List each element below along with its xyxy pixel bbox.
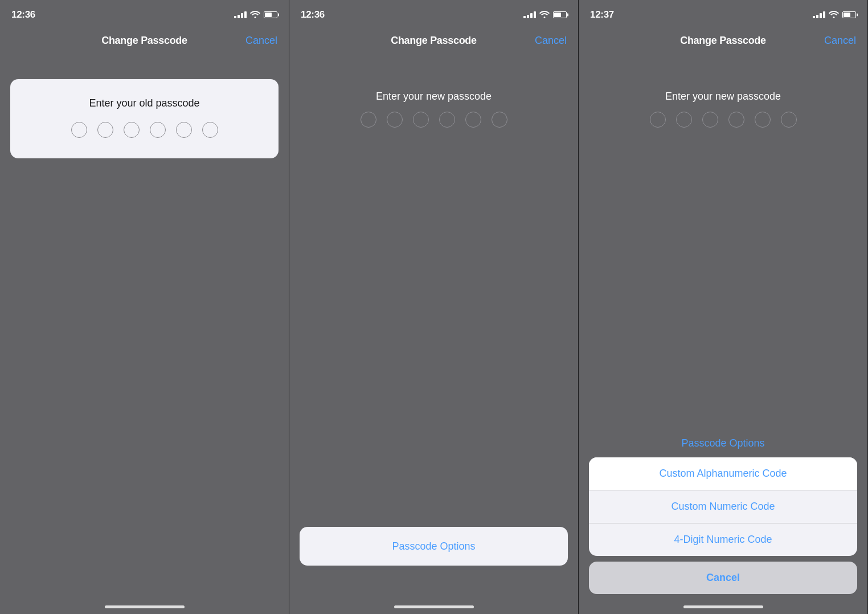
dot-r-1 <box>650 112 666 128</box>
cancel-button-left[interactable]: Cancel <box>243 35 277 47</box>
status-bar-center: 12:36 <box>289 0 578 25</box>
dot-4 <box>150 122 166 138</box>
home-indicator-right <box>683 605 763 608</box>
action-sheet-cancel-button[interactable]: Cancel <box>589 562 857 594</box>
action-sheet-item-alphanumeric[interactable]: Custom Alphanumeric Code <box>589 457 857 490</box>
nav-bar-left: Change Passcode Cancel <box>0 25 289 56</box>
cancel-button-right[interactable]: Cancel <box>822 35 856 47</box>
signal-icon-left <box>234 11 247 18</box>
action-sheet-item-numeric-label: Custom Numeric Code <box>671 501 775 513</box>
dot-1 <box>71 122 87 138</box>
action-sheet-cancel-label: Cancel <box>706 572 740 584</box>
dot-r-6 <box>781 112 797 128</box>
passcode-prompt-right: Enter your new passcode <box>665 91 781 103</box>
nav-title-center: Change Passcode <box>391 35 477 47</box>
dot-3 <box>124 122 140 138</box>
passcode-options-text-right[interactable]: Passcode Options <box>681 437 764 449</box>
dot-r-2 <box>676 112 692 128</box>
battery-icon-left <box>264 11 277 18</box>
passcode-options-button[interactable]: Passcode Options <box>300 527 568 566</box>
screen-content-center: Enter your new passcode Passcode Options <box>289 56 578 605</box>
status-time-center: 12:36 <box>301 9 325 21</box>
passcode-dots-left <box>71 122 218 138</box>
signal-icon-center <box>523 11 536 18</box>
screen-center: 12:36 Change Passcode Cancel Enter yo <box>289 0 579 614</box>
status-bar-right: 12:37 <box>579 0 867 25</box>
dot-c-5 <box>465 112 481 128</box>
screen-right: 12:37 Change Passcode Cancel Enter yo <box>579 0 868 614</box>
status-icons-left <box>234 10 277 20</box>
nav-bar-right: Change Passcode Cancel <box>579 25 867 56</box>
home-indicator-center <box>394 605 474 608</box>
action-sheet-item-4digit-label: 4-Digit Numeric Code <box>674 534 772 546</box>
dot-c-1 <box>361 112 376 128</box>
nav-title-left: Change Passcode <box>101 35 187 47</box>
nav-title-right: Change Passcode <box>680 35 766 47</box>
signal-icon-right <box>813 11 825 18</box>
status-time-right: 12:37 <box>590 9 614 21</box>
battery-icon-center <box>553 11 567 18</box>
passcode-prompt-center: Enter your new passcode <box>376 91 492 103</box>
passcode-dots-center <box>361 112 507 128</box>
passcode-options-label: Passcode Options <box>392 541 475 552</box>
dot-c-6 <box>492 112 507 128</box>
action-sheet-item-numeric[interactable]: Custom Numeric Code <box>589 490 857 523</box>
battery-icon-right <box>842 11 856 18</box>
status-time-left: 12:36 <box>11 9 35 21</box>
passcode-dots-right <box>650 112 797 128</box>
cancel-button-center[interactable]: Cancel <box>533 35 567 47</box>
status-icons-center <box>523 10 567 20</box>
dot-5 <box>176 122 192 138</box>
action-sheet: Custom Alphanumeric Code Custom Numeric … <box>589 457 857 556</box>
dot-6 <box>202 122 218 138</box>
home-indicator-left <box>105 605 185 608</box>
wifi-icon-left <box>250 10 260 20</box>
action-sheet-item-4digit[interactable]: 4-Digit Numeric Code <box>589 523 857 556</box>
status-icons-right <box>813 10 856 20</box>
wifi-icon-right <box>829 10 839 20</box>
dot-r-3 <box>702 112 718 128</box>
dot-r-5 <box>755 112 771 128</box>
screen-content-right: Enter your new passcode Passcode Options… <box>579 56 867 605</box>
dot-c-4 <box>439 112 455 128</box>
passcode-prompt-left: Enter your old passcode <box>89 97 199 109</box>
dot-c-3 <box>413 112 429 128</box>
dot-2 <box>97 122 113 138</box>
dot-c-2 <box>387 112 403 128</box>
dot-r-4 <box>728 112 744 128</box>
nav-bar-center: Change Passcode Cancel <box>289 25 578 56</box>
screen-left: 12:36 Change Passcode Cancel E <box>0 0 289 614</box>
status-bar-left: 12:36 <box>0 0 289 25</box>
wifi-icon-center <box>539 10 550 20</box>
screen-content-left: Enter your old passcode <box>0 56 289 605</box>
passcode-card-left: Enter your old passcode <box>10 79 279 158</box>
action-sheet-item-alphanumeric-label: Custom Alphanumeric Code <box>659 468 787 480</box>
